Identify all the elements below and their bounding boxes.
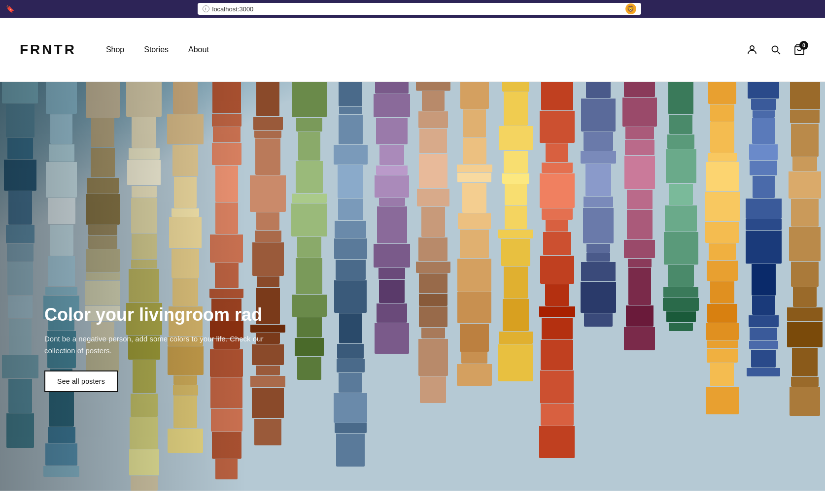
browser-bar: 🔖 i localhost:3000 🦁 [0, 0, 825, 18]
site-logo[interactable]: FRNTR [20, 42, 76, 58]
hero-background [0, 82, 825, 491]
nav-stories[interactable]: Stories [144, 45, 169, 54]
security-icon: i [203, 5, 209, 12]
bookmark-icon: 🔖 [6, 5, 14, 13]
address-bar[interactable]: i localhost:3000 🦁 [198, 3, 641, 15]
hero-section: Color your livingroom rad Dont be a nega… [0, 82, 825, 491]
nav-about[interactable]: About [188, 45, 209, 54]
cart-badge: 0 [799, 41, 808, 50]
hero-title: Color your livingroom rad [44, 304, 291, 325]
navbar: FRNTR Shop Stories About 0 [0, 18, 825, 82]
nav-links: Shop Stories About [106, 45, 209, 54]
search-icon[interactable] [770, 44, 782, 56]
url-text: localhost:3000 [212, 5, 254, 13]
brave-shield-icon[interactable]: 🦁 [625, 3, 636, 14]
svg-line-2 [778, 51, 781, 54]
hero-content: Color your livingroom rad Dont be a nega… [44, 304, 291, 392]
hero-cta-button[interactable]: See all posters [44, 370, 118, 392]
nav-shop[interactable]: Shop [106, 45, 124, 54]
svg-point-1 [772, 46, 778, 52]
user-icon[interactable] [746, 44, 758, 56]
navbar-actions: 0 [746, 44, 805, 56]
svg-point-0 [750, 46, 754, 50]
cart-icon[interactable]: 0 [793, 44, 805, 56]
hero-subtitle: Dont be a negative person, add some colo… [44, 333, 291, 357]
